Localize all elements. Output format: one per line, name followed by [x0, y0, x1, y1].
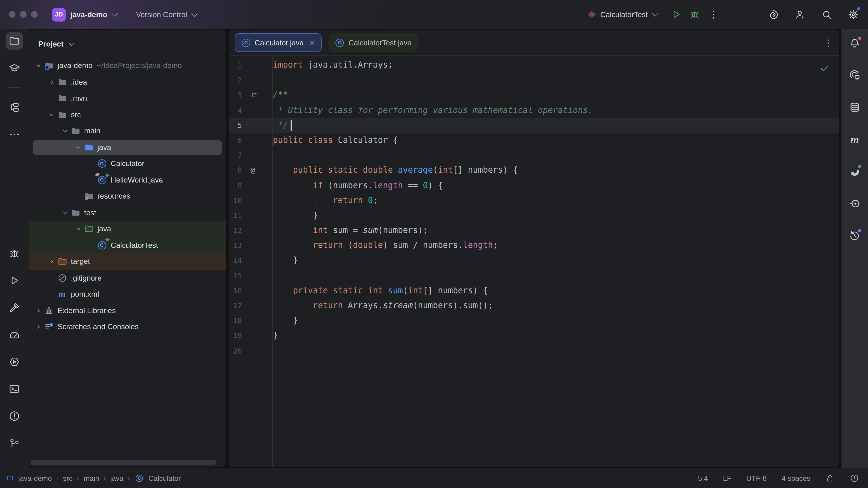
code-line-6[interactable]: 6public class Calculator {	[228, 133, 839, 148]
error-highlight-icon[interactable]	[850, 473, 859, 483]
tree-item-resources[interactable]: resources	[29, 188, 226, 204]
code-line-15[interactable]: 15	[228, 268, 839, 283]
unlocked-icon[interactable]	[825, 473, 835, 483]
version-control-icon[interactable]	[5, 434, 23, 452]
tree-item-java[interactable]: java	[29, 139, 226, 156]
line-number[interactable]: 1	[228, 58, 250, 73]
chevron-down-icon[interactable]	[46, 111, 57, 119]
breadcrumb-item[interactable]: src	[63, 474, 72, 482]
breadcrumb-item[interactable]: Calculator	[149, 474, 181, 482]
line-number[interactable]: 12	[228, 223, 250, 238]
close-window-button[interactable]	[9, 11, 16, 18]
annotation-at-icon[interactable]: @	[250, 163, 273, 178]
editor-tab-calculator-java[interactable]: CCalculator.java✕	[235, 33, 322, 52]
chevron-down-icon[interactable]	[73, 144, 84, 151]
indent-widget[interactable]: 4 spaces	[782, 474, 810, 482]
line-number[interactable]: 8	[228, 163, 250, 178]
services-icon[interactable]	[5, 353, 23, 370]
breadcrumb-item[interactable]: main	[84, 474, 99, 482]
tree-item-calculatortest[interactable]: CCalculatorTest	[29, 237, 226, 253]
line-number[interactable]: 13	[228, 238, 250, 253]
tree-item-test[interactable]: test	[29, 204, 226, 221]
vcs-widget[interactable]: Version Control	[136, 10, 196, 19]
tree-item-target[interactable]: target	[29, 254, 226, 270]
line-number[interactable]: 7	[228, 148, 250, 163]
debug-icon[interactable]	[5, 245, 23, 262]
chevron-right-icon[interactable]	[33, 323, 44, 330]
line-number[interactable]: 16	[228, 283, 250, 298]
code-line-2[interactable]: 2	[228, 72, 839, 88]
line-number[interactable]: 20	[228, 344, 250, 359]
notifications-icon[interactable]	[846, 34, 864, 52]
tab-options-button[interactable]: ⋮	[824, 37, 833, 48]
chevron-right-icon[interactable]	[46, 258, 57, 265]
ai-chat-icon[interactable]	[846, 66, 864, 84]
tree-item-java[interactable]: java	[29, 221, 226, 237]
chevron-down-icon[interactable]	[60, 209, 70, 216]
project-folder-icon[interactable]	[5, 32, 23, 50]
code-line-16[interactable]: 16 private static int sum(int[] numbers)…	[228, 283, 839, 298]
debug-button[interactable]	[685, 5, 704, 24]
plugin-icon[interactable]	[846, 163, 864, 180]
code-line-1[interactable]: 1import java.util.Arrays;	[228, 58, 839, 73]
line-number[interactable]: 5	[228, 118, 250, 133]
line-number[interactable]: 18	[228, 313, 250, 328]
horizontal-scrollbar[interactable]	[31, 460, 216, 465]
endpoints-icon[interactable]	[846, 195, 864, 213]
code-line-19[interactable]: 19}	[228, 328, 839, 344]
terminal-icon[interactable]	[5, 380, 23, 398]
search-icon[interactable]	[817, 5, 836, 24]
tree-item-java-demo[interactable]: java-demo~/IdeaProjects/java-demo	[29, 58, 226, 74]
code-line-3[interactable]: 3/**	[228, 88, 839, 103]
build-icon[interactable]	[5, 299, 23, 316]
history-icon[interactable]	[846, 227, 864, 245]
project-panel-header[interactable]: Project	[29, 30, 226, 57]
code-line-14[interactable]: 14 }	[228, 253, 839, 268]
line-number[interactable]: 2	[228, 72, 250, 88]
tree-item-scratches-and-consoles[interactable]: Scratches and Consoles	[29, 319, 226, 335]
line-number[interactable]: 17	[228, 298, 250, 313]
problems-icon[interactable]	[5, 407, 23, 425]
database-icon[interactable]	[846, 98, 864, 116]
code-line-8[interactable]: 8@ public static double average(int[] nu…	[228, 163, 839, 178]
tree-item--gitignore[interactable]: .gitignore	[29, 270, 226, 286]
chevron-down-icon[interactable]	[60, 127, 70, 135]
line-number[interactable]: 3	[228, 88, 250, 103]
code-line-10[interactable]: 10 return 0;	[228, 193, 839, 208]
ai-assistant-icon[interactable]	[764, 5, 783, 24]
line-number[interactable]: 19	[228, 328, 250, 344]
profiler-icon[interactable]	[5, 326, 23, 344]
line-ending-widget[interactable]: LF	[723, 474, 731, 482]
code-line-17[interactable]: 17 return Arrays.stream(numbers).sum();	[228, 298, 839, 313]
tree-item-external-libraries[interactable]: External Libraries	[29, 302, 226, 319]
caret-position-widget[interactable]: 5:4	[698, 474, 708, 482]
maven-icon[interactable]: m	[846, 131, 864, 148]
more-actions-button[interactable]: ⋮	[704, 5, 723, 24]
code-line-9[interactable]: 9 if (numbers.length == 0) {	[228, 178, 839, 193]
line-number[interactable]: 11	[228, 208, 250, 223]
code-line-12[interactable]: 12 int sum = sum(numbers);	[228, 223, 839, 238]
tree-item-main[interactable]: main	[29, 123, 226, 139]
code-line-7[interactable]: 7	[228, 148, 839, 163]
tree-item-calculator[interactable]: CCalculator	[29, 156, 226, 172]
tree-item--mvn[interactable]: .mvn	[29, 90, 226, 106]
minimize-window-button[interactable]	[20, 11, 26, 18]
run-icon[interactable]	[5, 271, 23, 289]
chevron-right-icon[interactable]	[46, 78, 57, 86]
project-widget[interactable]: JD java-demo	[52, 7, 116, 21]
run-configuration-selector[interactable]: CalculatorTest	[588, 10, 657, 19]
line-number[interactable]: 4	[228, 103, 250, 118]
chevron-right-icon[interactable]	[33, 307, 44, 314]
learn-icon[interactable]	[5, 59, 23, 77]
code-line-18[interactable]: 18 }	[228, 313, 839, 328]
line-number[interactable]: 10	[228, 193, 250, 208]
settings-icon[interactable]	[844, 5, 862, 24]
inspections-ok-icon[interactable]	[819, 63, 830, 74]
maximize-window-button[interactable]	[31, 11, 37, 18]
line-number[interactable]: 6	[228, 133, 250, 148]
doc-toggle-icon[interactable]	[250, 88, 273, 103]
tree-item-pom-xml[interactable]: mpom.xml	[29, 286, 226, 302]
code-line-11[interactable]: 11 }	[228, 208, 839, 223]
chevron-down-icon[interactable]	[33, 62, 44, 69]
chevron-down-icon[interactable]	[73, 225, 84, 232]
